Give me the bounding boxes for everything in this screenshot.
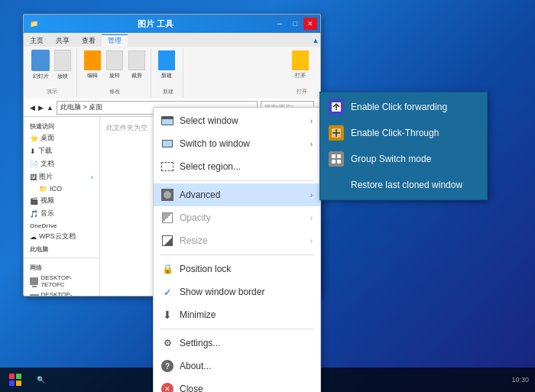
dashed-rect-shape — [161, 162, 173, 171]
opacity-icon-shape — [162, 212, 173, 223]
pictures-icon: 🖼 — [30, 173, 37, 181]
sidebar-item-computer2[interactable]: DESKTOP-IVBLIKA — [24, 290, 99, 296]
back-button[interactable]: ◀ — [30, 104, 35, 112]
click-forwarding-icon — [328, 99, 345, 115]
video-icon: 🎬 — [30, 197, 38, 205]
menu-item-opacity[interactable]: Opacity › — [154, 206, 320, 229]
submenu-item-click-forwarding[interactable]: Enable Click forwarding — [320, 94, 487, 120]
ribbon-content: 幻灯片 放映 演示 编辑 旋转 — [24, 47, 320, 99]
click-through-icon — [328, 125, 345, 141]
clock: 10:30 — [511, 376, 529, 384]
forward-button[interactable]: ▶ — [38, 104, 44, 112]
svg-rect-5 — [337, 160, 341, 164]
select-region-icon — [160, 159, 175, 174]
menu-item-position-lock[interactable]: 🔒 Position lock — [154, 258, 320, 280]
gear-icon: ⚙ — [164, 338, 172, 348]
docs-icon: 📄 — [30, 160, 38, 168]
context-menu: Select window › Switch to window › Selec… — [153, 107, 321, 392]
svg-rect-6 — [9, 374, 15, 379]
menu-item-settings[interactable]: ⚙ Settings... — [154, 332, 320, 355]
menu-item-select-region[interactable]: Select region... — [154, 155, 320, 178]
tab-manage[interactable]: 管理 — [102, 34, 128, 47]
sidebar-item-onedrive[interactable]: ☁ WPS云文档 — [24, 230, 99, 243]
menu-item-advanced[interactable]: Advanced › — [154, 183, 320, 206]
tab-home[interactable]: 主页 — [24, 34, 50, 47]
separator-2 — [160, 254, 314, 255]
ribbon-group-3: 新建 新建 — [153, 48, 183, 97]
sidebar-item-docs[interactable]: 📄 文档 — [24, 157, 99, 170]
menu-item-resize[interactable]: Resize › — [154, 229, 320, 252]
system-tray: 10:30 — [511, 376, 535, 384]
up-button[interactable]: ▲ — [47, 104, 54, 112]
switch-window-label: Switch to window — [180, 138, 310, 149]
ribbon-group-items-open: 打开 — [290, 50, 314, 88]
submenu-item-group-switch[interactable]: Group Switch mode — [320, 146, 487, 172]
svg-rect-7 — [16, 374, 21, 379]
ribbon-collapse[interactable]: ▲ — [311, 34, 320, 47]
ribbon-icon-5[interactable]: 裁剪 — [126, 50, 148, 80]
show-border-label: Show window border — [180, 287, 313, 297]
search-bar-taskbar[interactable]: 🔍 — [31, 376, 51, 384]
menu-item-about[interactable]: ? About... — [154, 355, 320, 377]
ribbon-group-items-2: 编辑 旋转 裁剪 — [82, 50, 148, 88]
separator-1 — [160, 180, 314, 181]
ribbon-group-label-2: 修改 — [82, 88, 148, 96]
close-label: Close — [180, 384, 313, 392]
menu-item-select-window[interactable]: Select window › — [154, 109, 320, 132]
ico-icon: 📁 — [39, 185, 47, 193]
menu-item-switch-window[interactable]: Switch to window › — [154, 132, 320, 155]
submenu-item-click-through[interactable]: Enable Click-Through — [320, 120, 487, 146]
ribbon-icon-6[interactable]: 新建 — [156, 50, 177, 80]
maximize-button[interactable]: □ — [288, 18, 302, 30]
tab-share[interactable]: 共享 — [50, 34, 76, 47]
about-label: About... — [180, 361, 313, 371]
sidebar: 快速访问 ⭐ 桌面 ⬇ 下载 📄 文档 🖼 图片 › 📁 ICO — [24, 117, 100, 296]
tab-view[interactable]: 查看 — [76, 34, 102, 47]
ribbon-icon-2[interactable]: 放映 — [52, 50, 73, 80]
separator-3 — [160, 329, 314, 329]
music-icon: 🎵 — [30, 210, 38, 218]
submenu-item-restore-cloned[interactable]: Restore last cloned window — [320, 172, 487, 198]
sidebar-item-desktop[interactable]: ⭐ 桌面 — [24, 131, 99, 144]
opacity-label: Opacity — [180, 212, 310, 223]
ribbon-icon-4[interactable]: 旋转 — [104, 50, 125, 80]
select-window-label: Select window — [180, 115, 310, 126]
switch-window-icon — [160, 136, 175, 151]
group-switch-icon — [328, 151, 345, 167]
sidebar-item-computer1[interactable]: DESKTOP-7E7OFC — [24, 273, 99, 290]
click-icon-shape — [329, 99, 344, 115]
question-icon-shape: ? — [161, 360, 173, 372]
ribbon-icon-1[interactable]: 幻灯片 — [30, 50, 51, 80]
sidebar-item-video[interactable]: 🎬 视频 — [24, 194, 99, 207]
ribbon-group-1: 幻灯片 放映 演示 — [27, 48, 77, 97]
ribbon-group-label-3: 新建 — [156, 88, 180, 96]
close-window-button[interactable]: ✕ — [303, 18, 317, 30]
menu-item-minimize[interactable]: ⬇ Minimize — [154, 303, 320, 326]
ribbon-icon-3[interactable]: 编辑 — [82, 50, 103, 80]
sidebar-item-music[interactable]: 🎵 音乐 — [24, 207, 99, 220]
minimize-button[interactable]: ─ — [273, 18, 287, 30]
sidebar-item-download[interactable]: ⬇ 下载 — [24, 144, 99, 157]
sidebar-item-ico[interactable]: 📁 ICO — [24, 183, 99, 194]
close-icon: ✕ — [160, 381, 175, 392]
advanced-icon — [160, 187, 175, 202]
switch-icon-shape — [162, 140, 173, 147]
group-icon-shape — [329, 151, 344, 167]
start-button[interactable] — [0, 368, 31, 392]
opacity-icon — [160, 210, 175, 225]
resize-label: Resize — [180, 235, 310, 246]
ribbon-icon-open[interactable]: 打开 — [290, 50, 311, 80]
download-icon: ⬇ — [30, 147, 36, 155]
menu-item-show-border[interactable]: ✓ Show window border — [154, 280, 320, 303]
sidebar-section-quick: 快速访问 — [24, 120, 99, 131]
ribbon-group-2: 编辑 旋转 裁剪 修改 — [79, 48, 151, 97]
svg-rect-2 — [332, 154, 336, 158]
sidebar-item-pictures[interactable]: 🖼 图片 › — [24, 170, 99, 183]
menu-item-close[interactable]: ✕ Close — [154, 377, 320, 392]
sidebar-label-pictures: 图片 — [39, 172, 53, 182]
switch-window-arrow: › — [310, 140, 313, 148]
settings-icon: ⚙ — [160, 335, 175, 351]
select-window-icon — [160, 113, 175, 128]
computer2-label: DESKTOP-IVBLIKA — [41, 291, 93, 296]
computer1-icon — [30, 277, 38, 285]
